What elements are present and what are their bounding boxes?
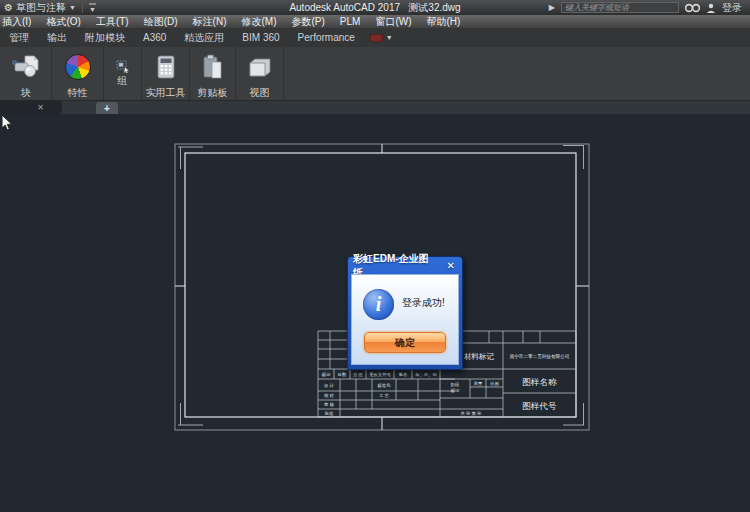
document-name: 测试32.dwg (408, 2, 460, 13)
sign-design: 设 计 (324, 383, 334, 388)
collapse-arrow-icon[interactable]: ▶ (549, 3, 555, 12)
workspace-label: 草图与注释 (16, 1, 66, 15)
material-mark-label: 材料标记 (464, 352, 495, 361)
tab-bim360[interactable]: BIM 360 (233, 32, 288, 43)
tab-featured-apps[interactable]: 精选应用 (175, 31, 233, 45)
panel-label-utilities: 实用工具 (142, 87, 189, 100)
hdr-signature: 签名 (399, 372, 408, 377)
sign-check: 校 对 (324, 393, 334, 398)
ribbon-panels: 块 特性 组 (0, 47, 750, 101)
panel-label-block: 块 (0, 87, 51, 100)
app-title: Autodesk AutoCAD 2017 (289, 2, 400, 13)
hdr-count: 处数 (338, 372, 347, 377)
file-tab-bar: ✕ + (0, 101, 750, 114)
scale-label: 比例 (490, 381, 499, 387)
dialog-title-bar[interactable]: 彩虹EDM-企业图纸... ✕ (351, 257, 459, 274)
calculator-icon (156, 55, 176, 80)
panel-label-clipboard: 剪贴板 (190, 87, 235, 100)
dialog-body: i 登录成功! 确定 (351, 274, 459, 365)
view-panel-icon (247, 56, 273, 78)
company-name: 南宁市二零二五科技有限公司 (510, 353, 570, 359)
menu-bar: 插入(I) 格式(O) 工具(T) 绘图(D) 标注(N) 修改(M) 参数(P… (0, 15, 750, 28)
drawing-file-tab[interactable]: ✕ (0, 101, 62, 114)
group-icon (116, 60, 130, 73)
panel-label-group: 组 (118, 74, 128, 88)
hdr-date: 年、月、日 (415, 372, 436, 377)
menu-modify[interactable]: 修改(M) (233, 15, 284, 29)
close-tab-icon[interactable]: ✕ (37, 103, 62, 112)
tab-manage[interactable]: 管理 (0, 31, 38, 45)
sign-craft: 工 艺 (379, 393, 389, 398)
camera-icon (370, 34, 383, 42)
close-icon[interactable]: ✕ (445, 260, 457, 271)
tab-a360[interactable]: A360 (134, 32, 175, 43)
ok-button[interactable]: 确定 (364, 332, 446, 353)
drawing-code-label: 图样代号 (523, 401, 558, 411)
menu-parametric[interactable]: 参数(P) (283, 15, 332, 29)
dialog-message: 登录成功! (402, 296, 445, 310)
panel-properties[interactable]: 特性 (52, 47, 104, 100)
weight-label: 质量 (474, 381, 483, 386)
panel-group[interactable]: 组 (104, 47, 142, 100)
chevron-down-icon: ▼ (386, 34, 393, 41)
sign-approve: 批准 (324, 411, 334, 416)
tab-addins[interactable]: 附加模块 (76, 31, 134, 45)
menu-window[interactable]: 窗口(W) (367, 15, 419, 29)
menu-help[interactable]: 帮助(H) (418, 15, 468, 29)
sign-in-button[interactable]: 登录 (722, 1, 742, 15)
quick-access-menu-icon[interactable]: ▼ (89, 3, 96, 13)
title-bar: ⚙ 草图与注释 ▼ ▼ Autodesk AutoCAD 2017 测试32.d… (0, 0, 750, 15)
workspace-switcher[interactable]: ⚙ 草图与注释 ▼ ▼ (0, 0, 100, 15)
chevron-down-icon: ▼ (69, 4, 76, 11)
titlebar-right-tools: ▶ 登录 (549, 1, 750, 15)
autocad-window: ⚙ 草图与注释 ▼ ▼ Autodesk AutoCAD 2017 测试32.d… (0, 0, 750, 512)
menu-dimension[interactable]: 标注(N) (185, 15, 235, 29)
panel-view[interactable]: 视图 (236, 47, 284, 100)
new-tab-button[interactable]: + (96, 102, 118, 114)
sign-review: 审 核 (324, 402, 334, 407)
edm-login-dialog[interactable]: 彩虹EDM-企业图纸... ✕ i 登录成功! 确定 (347, 256, 463, 370)
sign-standardize: 标准化 (378, 383, 392, 389)
gear-icon: ⚙ (4, 3, 13, 13)
panel-block[interactable]: 块 (0, 47, 52, 100)
panel-label-view: 视图 (236, 87, 283, 100)
search-binoculars-icon[interactable] (685, 3, 700, 13)
panel-utilities[interactable]: 实用工具 (142, 47, 190, 100)
hdr-mark: 标记 (322, 372, 331, 378)
tab-output[interactable]: 输出 (38, 31, 76, 45)
menu-format[interactable]: 格式(O) (38, 15, 88, 29)
ribbon-tab-bar: 管理 输出 附加模块 A360 精选应用 BIM 360 Performance… (0, 28, 750, 47)
menu-insert[interactable]: 插入(I) (0, 15, 39, 29)
divider (82, 3, 83, 13)
tab-performance[interactable]: Performance (289, 32, 364, 43)
panel-clipboard[interactable]: 剪贴板 (190, 47, 236, 100)
mouse-cursor (0, 114, 14, 132)
drawing-canvas[interactable]: 材料标记 南宁市二零二五科技有限公司 图样名称 图样代号 标记 处数 分 区 更… (0, 114, 750, 512)
panel-label-properties: 特性 (52, 87, 103, 100)
stage-mark-2: 标记 (451, 388, 460, 394)
sheet-label: 共 张 第 张 (461, 411, 482, 416)
menu-tools[interactable]: 工具(T) (88, 15, 137, 29)
search-input[interactable] (561, 2, 679, 13)
menu-plm[interactable]: PLM (332, 16, 369, 27)
clipboard-icon (202, 54, 224, 80)
info-icon: i (363, 289, 394, 320)
hdr-zone: 分 区 (353, 372, 363, 377)
stage-mark-1: 阶段 (451, 382, 460, 387)
drawing-name-label: 图样名称 (523, 377, 558, 387)
hdr-change-file: 更改文件号 (369, 372, 391, 377)
menu-draw[interactable]: 绘图(D) (136, 15, 186, 29)
ribbon-extra-menu[interactable]: ▼ (370, 34, 393, 42)
color-wheel-icon (65, 54, 91, 80)
user-icon[interactable] (706, 3, 716, 13)
block-icon (12, 54, 40, 80)
